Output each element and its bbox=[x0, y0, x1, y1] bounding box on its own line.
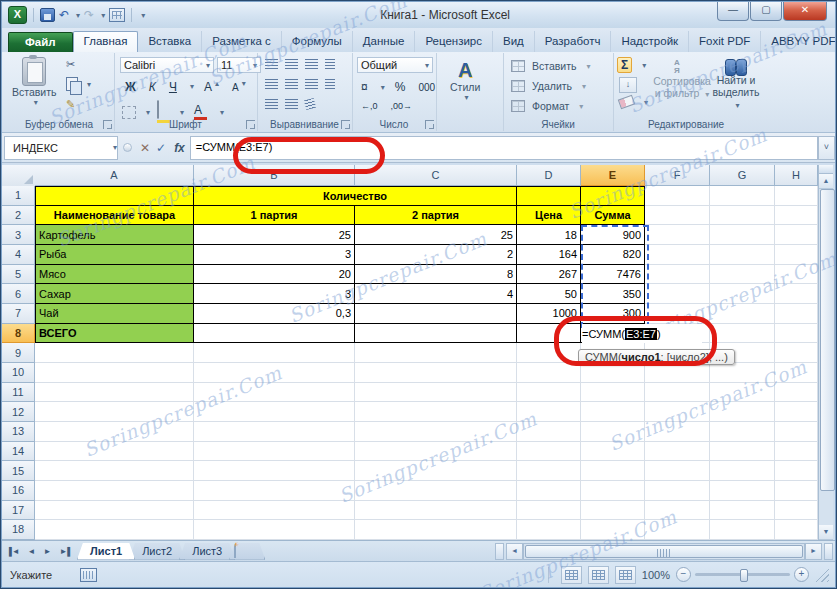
undo-icon[interactable]: ↶ bbox=[59, 7, 69, 23]
font-name-select[interactable]: Calibri▾ bbox=[120, 57, 214, 73]
cell[interactable] bbox=[710, 245, 775, 265]
bold-button[interactable]: Ж bbox=[122, 80, 139, 94]
first-sheet-icon[interactable]: ▐◄ bbox=[2, 547, 24, 556]
cell[interactable] bbox=[775, 343, 818, 363]
cell[interactable] bbox=[775, 363, 818, 383]
cell[interactable] bbox=[710, 186, 775, 206]
scroll-right-icon[interactable]: ► bbox=[805, 543, 822, 560]
cell-A1[interactable] bbox=[35, 186, 194, 206]
vertical-scroll-thumb[interactable] bbox=[820, 189, 835, 491]
find-select-button[interactable]: Найти ивыделить ▾ bbox=[713, 59, 759, 112]
align-top-icon[interactable] bbox=[265, 59, 278, 69]
cell[interactable] bbox=[645, 225, 710, 245]
normal-view-icon[interactable] bbox=[561, 566, 582, 584]
clear-icon[interactable] bbox=[618, 95, 636, 110]
cell[interactable] bbox=[645, 284, 710, 304]
cell[interactable] bbox=[710, 265, 775, 285]
row-header-16[interactable]: 16 bbox=[2, 481, 35, 501]
cell[interactable] bbox=[194, 383, 355, 403]
format-cells-button[interactable]: Формат bbox=[532, 100, 569, 112]
cell[interactable] bbox=[355, 461, 517, 481]
sheet-tab-list3[interactable]: Лист3 bbox=[179, 543, 235, 560]
cell-A7[interactable]: Чай bbox=[35, 304, 194, 324]
row-header-5[interactable]: 5 bbox=[2, 265, 35, 285]
cell[interactable] bbox=[517, 363, 581, 383]
cell[interactable] bbox=[581, 402, 645, 422]
align-bottom-icon[interactable] bbox=[305, 59, 318, 69]
italic-button[interactable]: К bbox=[146, 80, 159, 94]
cell-C7[interactable] bbox=[355, 304, 517, 324]
cell[interactable] bbox=[517, 520, 581, 540]
cell[interactable] bbox=[355, 422, 517, 442]
cell[interactable] bbox=[35, 501, 194, 521]
cell-B2[interactable]: 1 партия bbox=[194, 206, 355, 226]
split-handle[interactable] bbox=[824, 543, 833, 560]
cell[interactable] bbox=[775, 284, 818, 304]
cell[interactable] bbox=[517, 422, 581, 442]
cell[interactable] bbox=[710, 383, 775, 403]
tab-review[interactable]: Рецензирс bbox=[415, 31, 493, 52]
cell[interactable] bbox=[645, 442, 710, 462]
horizontal-scroll-track[interactable] bbox=[523, 543, 805, 560]
insert-function-icon[interactable]: fx bbox=[169, 141, 190, 155]
comma-style-icon[interactable]: 000 bbox=[415, 82, 438, 93]
cell[interactable] bbox=[194, 343, 355, 363]
zoom-out-icon[interactable]: − bbox=[676, 567, 691, 582]
cell[interactable] bbox=[710, 363, 775, 383]
cell-C6[interactable]: 4 bbox=[355, 284, 517, 304]
cell[interactable] bbox=[581, 520, 645, 540]
tab-file[interactable]: Файл bbox=[8, 32, 73, 52]
scroll-down-icon[interactable]: ▼ bbox=[819, 525, 833, 540]
cell[interactable] bbox=[775, 461, 818, 481]
cell[interactable] bbox=[35, 402, 194, 422]
cell[interactable] bbox=[710, 461, 775, 481]
cell[interactable] bbox=[35, 343, 194, 363]
cell[interactable] bbox=[775, 245, 818, 265]
decrease-indent-icon[interactable] bbox=[265, 99, 278, 109]
scroll-left-icon[interactable]: ◄ bbox=[506, 543, 523, 560]
cell[interactable] bbox=[775, 225, 818, 245]
row-header-14[interactable]: 14 bbox=[2, 442, 35, 462]
cell-A5[interactable]: Мясо bbox=[35, 265, 194, 285]
delete-cells-button[interactable]: Удалить bbox=[532, 80, 572, 92]
tab-view[interactable]: Вид bbox=[493, 31, 535, 52]
grow-font-button[interactable]: А▴ bbox=[201, 79, 222, 94]
cell[interactable] bbox=[355, 383, 517, 403]
cell-B8[interactable] bbox=[194, 324, 355, 344]
underline-button[interactable]: Ч bbox=[166, 80, 180, 94]
sheet-tab-list1[interactable]: Лист1 bbox=[77, 543, 135, 560]
cell-A6[interactable]: Сахар bbox=[35, 284, 194, 304]
cell[interactable] bbox=[710, 304, 775, 324]
cell-B1-C1-merged[interactable]: Количество bbox=[194, 186, 517, 206]
scroll-up-icon[interactable]: ▲ bbox=[819, 174, 833, 189]
cell[interactable] bbox=[775, 402, 818, 422]
cell-C2[interactable]: 2 партия bbox=[355, 206, 517, 226]
cell[interactable] bbox=[775, 481, 818, 501]
row-header-13[interactable]: 13 bbox=[2, 422, 35, 442]
cell-B6[interactable]: 3 bbox=[194, 284, 355, 304]
cell[interactable] bbox=[710, 501, 775, 521]
next-sheet-icon[interactable]: ► bbox=[40, 547, 56, 556]
wrap-text-icon[interactable] bbox=[304, 98, 316, 110]
cell-D8[interactable] bbox=[517, 324, 581, 344]
cell[interactable] bbox=[775, 520, 818, 540]
minimize-button[interactable]: — bbox=[717, 2, 749, 21]
cell[interactable] bbox=[35, 363, 194, 383]
cell-E2[interactable]: Сумма bbox=[581, 206, 645, 226]
cut-icon[interactable]: ✂ bbox=[66, 57, 75, 71]
cell[interactable] bbox=[645, 461, 710, 481]
cell-D2[interactable]: Цена bbox=[517, 206, 581, 226]
cell[interactable] bbox=[355, 442, 517, 462]
cell[interactable] bbox=[645, 422, 710, 442]
select-all-corner[interactable] bbox=[2, 165, 36, 187]
cell[interactable] bbox=[194, 402, 355, 422]
cell[interactable] bbox=[645, 186, 710, 206]
cell[interactable] bbox=[775, 186, 818, 206]
tab-developer[interactable]: Разработч bbox=[535, 31, 612, 52]
cell[interactable] bbox=[581, 481, 645, 501]
merge-center-icon[interactable] bbox=[325, 79, 335, 89]
paste-dropdown-icon[interactable]: ▾ bbox=[34, 98, 38, 107]
cell[interactable] bbox=[35, 520, 194, 540]
excel-logo-icon[interactable]: X bbox=[8, 6, 27, 24]
cell-E6[interactable]: 350 bbox=[581, 284, 645, 304]
